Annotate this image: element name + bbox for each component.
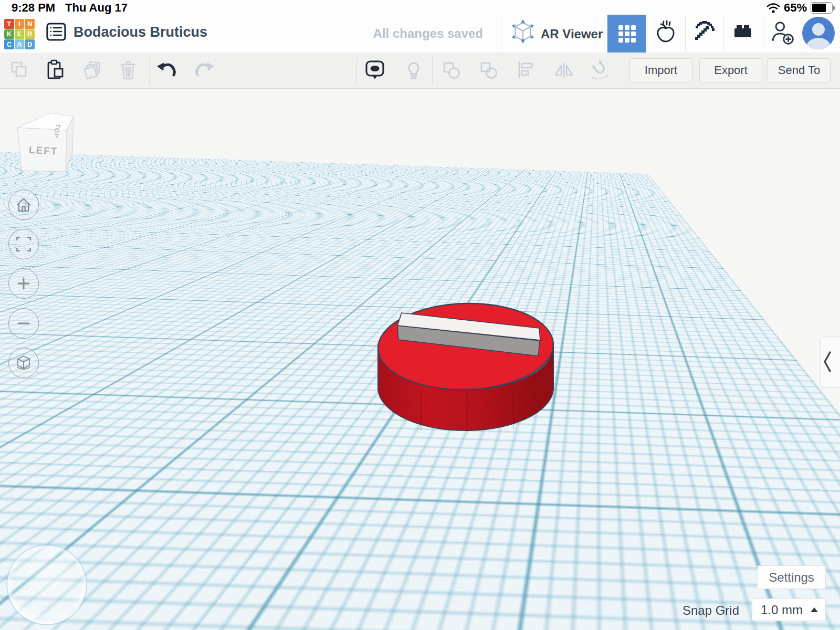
avatar-person-icon <box>812 23 825 36</box>
battery-percent: 65% <box>784 1 807 15</box>
snap-grid-dropdown[interactable]: 1.0 mm <box>752 598 826 621</box>
shapes-grid-icon <box>618 25 636 43</box>
logo-tile: T <box>4 19 14 29</box>
copy-button[interactable] <box>8 59 32 82</box>
model-cylinder[interactable] <box>357 287 578 455</box>
fit-view-button[interactable] <box>8 229 39 259</box>
paste-icon <box>44 59 67 82</box>
group-button[interactable] <box>440 59 463 82</box>
brick-export-button[interactable] <box>731 19 755 44</box>
basic-shapes-button[interactable] <box>607 15 646 52</box>
wifi-icon <box>766 2 780 14</box>
undo-icon <box>155 59 178 82</box>
ungroup-icon <box>477 59 500 82</box>
delete-button[interactable] <box>117 59 140 82</box>
divider <box>595 16 595 51</box>
import-button[interactable]: Import <box>629 58 692 82</box>
ios-status-bar: 9:28 PM Thu Aug 17 65% <box>0 0 840 15</box>
perspective-cube-icon <box>13 352 34 373</box>
divider <box>763 16 763 51</box>
group-icon <box>440 59 463 82</box>
tinkercad-app: TOP LEFT <box>0 0 840 630</box>
view-cube[interactable]: TOP LEFT <box>13 110 79 181</box>
view-cube-left-label: LEFT <box>29 144 59 157</box>
divider <box>432 57 433 84</box>
fit-view-icon <box>13 234 34 255</box>
panel-collapse-handle[interactable] <box>820 336 840 387</box>
minus-icon <box>13 313 34 334</box>
view-cube-top-face[interactable] <box>17 113 74 130</box>
undo-button[interactable] <box>155 59 178 82</box>
touch-bubble <box>6 544 87 625</box>
logo-tile: R <box>25 29 35 39</box>
ar-cube-icon <box>510 19 536 45</box>
trash-icon <box>117 59 140 82</box>
ungroup-button[interactable] <box>477 59 500 82</box>
align-button[interactable] <box>515 59 538 82</box>
clock-time: 9:28 PM <box>12 1 55 15</box>
ar-viewer-button[interactable] <box>510 19 536 45</box>
hide-button[interactable] <box>402 59 425 82</box>
zoom-in-button[interactable] <box>8 268 39 299</box>
magnet-icon <box>589 59 612 82</box>
align-icon <box>515 59 538 82</box>
home-view-button[interactable] <box>8 190 39 220</box>
logo-tile: C <box>4 39 14 49</box>
zoom-out-button[interactable] <box>8 308 39 339</box>
lego-brick-icon <box>731 19 755 44</box>
save-status: All changes saved <box>326 26 483 41</box>
lightbulb-icon <box>402 59 425 82</box>
logo-tile: E <box>15 29 25 39</box>
design-properties-button[interactable] <box>44 19 68 44</box>
divider <box>685 16 686 51</box>
send-to-label: Send To <box>778 64 820 77</box>
magnet-snap-button[interactable] <box>589 59 612 82</box>
settings-button[interactable]: Settings <box>757 565 826 589</box>
app-header: T I N K E R C A D Bodacious Bruticus All… <box>0 15 840 52</box>
logo-tile: A <box>15 39 25 49</box>
export-button[interactable]: Export <box>699 58 762 82</box>
export-label: Export <box>714 64 748 77</box>
caret-up-icon <box>811 607 818 612</box>
send-to-button[interactable]: Send To <box>768 58 831 82</box>
pickaxe-icon <box>692 19 717 44</box>
logo-tile: D <box>25 39 35 49</box>
plus-icon <box>13 273 34 294</box>
divider <box>501 16 501 51</box>
divider <box>149 57 150 84</box>
profile-avatar[interactable] <box>802 17 835 49</box>
copy-icon <box>8 59 32 82</box>
divider <box>801 16 801 51</box>
tinkercad-logo[interactable]: T I N K E R C A D <box>4 19 35 49</box>
logo-tile: I <box>15 19 25 29</box>
paste-button[interactable] <box>44 59 67 82</box>
simlab-button[interactable] <box>654 19 678 44</box>
divider <box>508 57 508 84</box>
eye-bubble-icon <box>363 59 386 82</box>
snap-grid-label: Snap Grid <box>651 603 739 618</box>
apple-simlab-icon <box>654 19 678 44</box>
ar-viewer-label[interactable]: AR Viewer <box>541 27 603 41</box>
design-canvas[interactable]: TOP LEFT <box>0 89 840 630</box>
person-add-icon <box>770 19 795 45</box>
duplicate-button[interactable] <box>81 59 104 82</box>
home-icon <box>13 194 34 215</box>
ortho-view-button[interactable] <box>8 348 39 378</box>
snap-grid-value: 1.0 mm <box>752 603 811 617</box>
logo-tile: K <box>4 29 14 39</box>
battery-icon <box>811 2 833 14</box>
design-title[interactable]: Bodacious Bruticus <box>74 24 207 40</box>
settings-label: Settings <box>769 570 814 585</box>
minecraft-export-button[interactable] <box>692 19 717 44</box>
import-label: Import <box>645 64 677 77</box>
invite-collaborator-button[interactable] <box>770 19 795 45</box>
mirror-flip-icon <box>552 59 575 82</box>
redo-button[interactable] <box>193 59 216 82</box>
edit-toolbar: Import Export Send To <box>0 52 840 89</box>
show-all-button[interactable] <box>363 59 386 82</box>
mirror-button[interactable] <box>552 59 575 82</box>
chevron-left-icon <box>821 349 834 374</box>
clock-date: Thu Aug 17 <box>65 1 128 15</box>
divider <box>356 57 357 84</box>
redo-icon <box>193 59 216 82</box>
